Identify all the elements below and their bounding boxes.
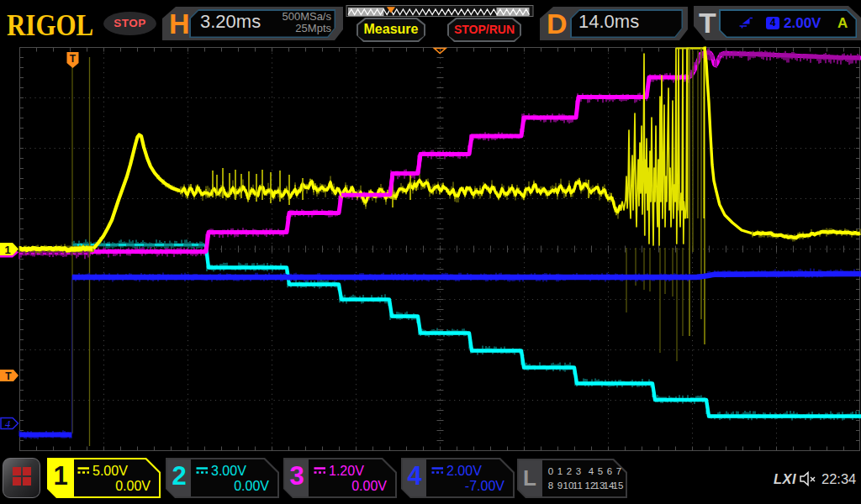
svg-text:1: 1	[4, 244, 10, 256]
svg-text:4: 4	[5, 418, 10, 430]
svg-text:T: T	[5, 370, 12, 382]
svg-text:T: T	[70, 53, 77, 65]
